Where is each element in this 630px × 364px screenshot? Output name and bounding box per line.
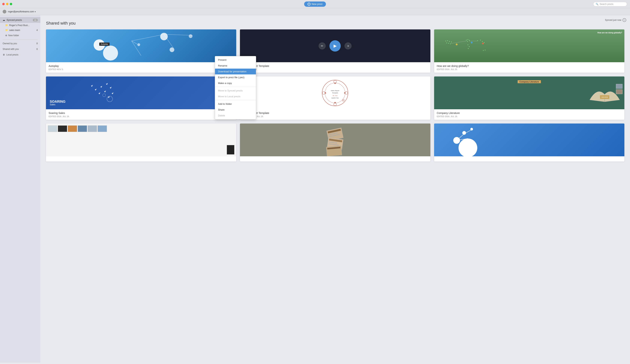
circle-diagram: Sales Report Template Mr. Tea Quarter Ye… [322,80,348,106]
card-thumb-company-lit: Company Literature 2015-2016 [434,76,624,109]
sync-status-bar: Synced just now ↻ [605,18,626,22]
svg-rect-23 [483,50,484,51]
nodes-svg [434,123,624,156]
new-prezi-button[interactable]: + New prezi [304,1,326,7]
ctx-delete: Delete [215,113,256,118]
slide-mini-2 [58,125,67,132]
svg-text:Mr. Tea: Mr. Tea [333,95,338,96]
soaring-thumb: SOARING Sales [46,76,236,109]
content-area: Synced just now ↻ Shared with you [40,15,630,363]
card-info-nodes [434,156,624,162]
card-date-autoplay: EDITED NOV 3. [48,68,234,70]
svg-line-4 [132,41,141,56]
section-heading: Shared with you [46,21,624,26]
folder-icon: 📁 [5,24,8,27]
menu-button[interactable]: ≡ [344,42,352,49]
svg-rect-5 [446,41,446,41]
minimize-button[interactable] [6,3,8,5]
black-square [227,145,234,154]
user-bar: roger@preziforteams.com ▾ [0,8,630,15]
edit-button[interactable]: ✏ [318,42,326,49]
close-button[interactable] [2,3,5,5]
card-thumb-maps [240,123,430,156]
card-date-globally: EDITED 2016. JUL 25. [437,68,622,70]
ctx-share[interactable]: Share [215,107,256,113]
sidebar-item-shared[interactable]: Shared with you 8 [0,46,40,52]
maximize-button[interactable] [10,3,12,5]
window-controls [2,3,12,5]
ctx-download[interactable]: Download for presentation [215,69,256,74]
prezi-card-maps[interactable] [240,123,430,162]
svg-rect-13 [468,39,468,40]
photo-stack [616,84,622,94]
prezi-card-company-lit[interactable]: Company Literature 2015-2016 [434,76,624,120]
sales-circle: Sales Report Template Mr. Tea Quarter Ye… [322,80,348,106]
slide-mini-1 [48,125,57,132]
svg-marker-30 [106,83,108,85]
titlebar: Prezi Classic + New prezi 🔍 Search prezi… [0,0,630,8]
sidebar: ☁ Synced prezis 16 📁 Roger's Prezi Busi.… [0,15,40,363]
card-date-company-lit: EDITED 2016. JUL 19. [437,115,622,117]
svg-point-40 [102,94,106,97]
svg-marker-33 [95,89,96,90]
svg-rect-12 [466,40,467,40]
svg-point-39 [107,96,112,102]
prezi-card-autoplay[interactable]: Autoplay Autoplay EDITED NOV 3. [46,29,236,73]
owned-label: Owned by you [3,42,17,45]
svg-rect-6 [447,40,448,41]
shared-count: 8 [36,48,38,50]
prezi-card-sales-report-1[interactable]: ✏ ▶ ≡ Sales Report Template EDITED APR 3… [240,29,430,73]
sync-icon[interactable]: ↻ [622,18,626,22]
cloud-icon: ☁ [3,18,5,21]
card-thumb-sales-report-1: ✏ ▶ ≡ [240,29,430,62]
ctx-move-local: Move to Local prezis [215,93,256,99]
local-label: Local prezis [6,53,18,56]
svg-rect-14 [469,40,470,41]
prezi-card-nodes[interactable] [434,123,624,162]
monitor-icon: 🖥 [3,53,5,56]
svg-text:Template: Template [332,92,338,93]
svg-rect-7 [449,41,450,42]
sidebar-item-new-folder[interactable]: ⊕ New folder [0,33,40,38]
ctx-export[interactable]: Export to prezi file (.pez) [215,74,256,80]
prezi-card-soaring[interactable]: SOARING Sales Soaring Sales EDITED 2016.… [46,76,236,120]
sidebar-item-synced[interactable]: ☁ Synced prezis 16 [0,17,40,23]
svg-point-29 [482,42,484,44]
sync-status-text: Synced just now [605,19,621,21]
ctx-present[interactable]: Present [215,57,256,63]
prezi-card-globally[interactable]: How are we doing globally? [434,29,624,73]
svg-rect-15 [467,41,468,42]
user-email: roger@preziforteams.com [8,10,34,13]
play-button[interactable]: ▶ [330,40,341,51]
svg-point-70 [458,138,477,156]
sidebar-item-sales-team[interactable]: 📁 sales team 4 [0,28,40,33]
svg-rect-22 [484,42,484,43]
prezi-card-slides[interactable] [46,123,236,162]
rotating-cards [240,123,430,156]
sidebar-item-owned[interactable]: Owned by you 8 [0,41,40,46]
card-thumb-slides [46,123,236,156]
slide-mini-3 [68,125,77,132]
search-placeholder: Search prezis [600,3,613,5]
prezi-card-sales-template[interactable]: Sales Report Template Mr. Tea Quarter Ye… [240,76,430,120]
folder2-count: 4 [36,29,38,31]
ctx-make-copy[interactable]: Make a copy [215,80,256,86]
card-date-sales-template: EDITED 2016. JUL 19. [242,115,428,117]
svg-marker-37 [91,85,93,87]
search-bar[interactable]: 🔍 Search prezis [593,2,627,6]
main-layout: ☁ Synced prezis 16 📁 Roger's Prezi Busi.… [0,15,630,363]
svg-rect-20 [480,40,481,40]
folder1-label: Roger's Prezi Busi... [9,24,30,27]
sidebar-item-rogers-folder[interactable]: 📁 Roger's Prezi Busi... [0,23,40,28]
sidebar-item-local[interactable]: 🖥 Local prezis [0,52,40,57]
card-title-sales-template: Sales Report Template [242,111,428,114]
ctx-rename[interactable]: Rename [215,63,256,69]
autoplay-nodes: Autoplay [46,29,236,62]
card-info-autoplay: Autoplay EDITED NOV 3. [46,62,236,73]
card-thumb-sales-template: Sales Report Template Mr. Tea Quarter Ye… [240,76,430,109]
svg-point-72 [462,131,466,135]
new-folder-label: New folder [8,34,19,37]
ctx-add-folder[interactable]: Add to folder [215,101,256,107]
card-thumb-nodes [434,123,624,156]
slide-mini-4 [78,125,87,132]
